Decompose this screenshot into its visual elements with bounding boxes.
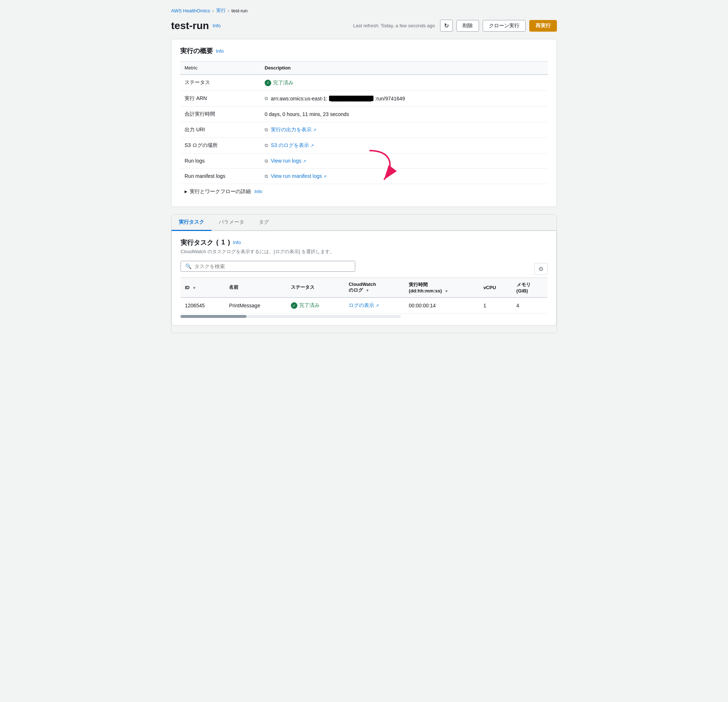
cell-name: PrintMessage [225,297,286,314]
cell-vcpu: 1 [479,297,512,314]
overview-panel: 実行の概要 Info Metric Description ステータス ✓ 完了… [171,39,557,207]
tabs-wrapper: 実行タスク パラメータ タグ 実行タスク (1) Info CloudWatch… [171,214,557,333]
tabs-section: 実行タスク パラメータ タグ 実行タスク (1) Info CloudWatch… [171,214,557,333]
tab-tasks[interactable]: 実行タスク [172,215,211,231]
cell-log-link: ログの表示 ↗ [344,297,404,314]
label-run-logs: Run logs [180,153,260,169]
page-title-area: test-run Info [171,20,221,32]
value-arn: ⧉ arn:aws:omics:us-east-1: ████████████ … [260,91,548,106]
delete-button[interactable]: 削除 [456,20,479,32]
overview-table: Metric Description ステータス ✓ 完了済み [180,61,548,184]
clone-button[interactable]: クローン実行 [482,20,526,32]
tab-params[interactable]: パラメータ [211,215,251,231]
sort-cw-icon[interactable]: ▼ [366,288,370,293]
row-s3-logs: S3 ログの場所 ⧉ S3 のログを表示 ↗ [180,137,548,153]
expand-section: ▶ 実行とワークフローの詳細 Info [180,184,548,199]
col-description: Description [260,62,548,75]
tasks-table: ID ▼ 名前 ステータス CloudWatchのログ ▼ [181,278,547,314]
horizontal-scrollbar[interactable] [181,315,401,318]
row-output-uri: 出力 URI ⧉ 実行の出力を表示 ↗ [180,122,548,137]
manifest-logs-link[interactable]: View run manifest logs [271,173,322,179]
col-vcpu: vCPU [479,278,512,297]
value-run-logs: ⧉ View run logs ↗ [260,153,548,169]
copy-arn-icon[interactable]: ⧉ [264,96,268,101]
status-check-icon: ✓ [264,80,271,86]
settings-button[interactable]: ⚙ [534,263,547,275]
label-output-uri: 出力 URI [180,122,260,137]
page-title-info-badge[interactable]: Info [212,23,221,28]
row-arn: 実行 ARN ⧉ arn:aws:omics:us-east-1: ██████… [180,91,548,106]
rerun-button[interactable]: 再実行 [529,20,557,32]
tasks-title: 実行タスク (1) Info [181,238,547,247]
col-runtime: 実行時間(dd:hh:mm:ss) ▼ [404,278,479,297]
tasks-info-badge[interactable]: Info [233,240,241,245]
value-status: ✓ 完了済み [260,75,548,91]
label-s3-logs: S3 ログの場所 [180,137,260,153]
log-external-icon: ↗ [376,303,379,308]
tabs-header: 実行タスク パラメータ タグ [172,215,556,231]
breadcrumb-sep1: › [212,8,214,13]
breadcrumb-level1-link[interactable]: 実行 [216,7,226,14]
last-refresh-text: Last refresh: Today, a few seconds ago [353,23,435,28]
row-manifest-logs: Run manifest logs ⧉ View run manifest lo… [180,169,548,184]
manifest-external-icon: ↗ [323,174,326,179]
cell-runtime: 00:00:00:14 [404,297,479,314]
search-row: 🔍 ⚙ [181,261,547,278]
breadcrumb: AWS HealthOmics › 実行 › test-run [171,7,557,14]
tasks-count-num: 1 [221,239,225,246]
header-actions: Last refresh: Today, a few seconds ago ↻… [353,20,557,32]
tasks-count: ( [216,239,218,246]
search-icon: 🔍 [185,263,191,269]
cell-status: ✓ 完了済み [286,297,344,314]
sort-id-icon[interactable]: ▼ [192,286,196,290]
value-s3-logs: ⧉ S3 のログを表示 ↗ [260,137,548,153]
table-row: 1206545 PrintMessage ✓ 完了済み ログの表示 ↗ [181,297,547,314]
arn-redacted: ████████████ [329,96,374,101]
expand-triangle-icon: ▶ [185,189,188,193]
value-runtime: 0 days, 0 hours, 11 mins, 23 seconds [260,106,548,122]
value-output-uri: ⧉ 実行の出力を表示 ↗ [260,122,548,137]
page-title: test-run [171,20,209,32]
run-logs-link[interactable]: View run logs [271,158,301,164]
tab-tags[interactable]: タグ [251,215,276,231]
tasks-subtitle: CloudWatch のタスクログを表示するには、[ログの表示] を選択します。 [181,248,547,255]
s3-logs-link[interactable]: S3 のログを表示 [271,142,309,149]
search-input[interactable] [194,263,351,269]
copy-runlogs-icon[interactable]: ⧉ [264,158,268,164]
copy-manifest-icon[interactable]: ⧉ [264,173,268,179]
breadcrumb-current: test-run [231,8,247,13]
col-status: ステータス [286,278,344,297]
output-uri-link[interactable]: 実行の出力を表示 [271,127,312,133]
row-status: ステータス ✓ 完了済み [180,75,548,91]
search-bar: 🔍 [181,261,355,272]
log-link[interactable]: ログの表示 [349,302,374,309]
arn-container: ⧉ arn:aws:omics:us-east-1: ████████████ … [264,96,543,101]
runlogs-external-icon: ↗ [303,159,306,163]
cell-memory: 4 [512,297,547,314]
col-metric: Metric [180,62,260,75]
s3-external-icon: ↗ [311,143,314,148]
output-external-icon: ↗ [313,128,316,132]
row-status-badge: ✓ 完了済み [291,302,319,309]
row-run-logs: Run logs ⧉ View run logs ↗ [180,153,548,169]
expand-details-button[interactable]: ▶ 実行とワークフローの詳細 Info [185,189,263,195]
col-name: 名前 [225,278,286,297]
label-status: ステータス [180,75,260,91]
page-header: test-run Info Last refresh: Today, a few… [171,20,557,32]
row-runtime: 合計実行時間 0 days, 0 hours, 11 mins, 23 seco… [180,106,548,122]
breadcrumb-service-link[interactable]: AWS HealthOmics [171,8,210,13]
sort-runtime-icon[interactable]: ▼ [445,289,448,293]
refresh-button[interactable]: ↻ [440,20,453,32]
expand-info-badge[interactable]: Info [254,189,263,194]
scrollbar-thumb [181,315,246,318]
copy-output-icon[interactable]: ⧉ [264,127,268,133]
label-runtime: 合計実行時間 [180,106,260,122]
overview-title: 実行の概要 Info [180,46,548,55]
label-arn: 実行 ARN [180,91,260,106]
cell-id: 1206545 [181,297,225,314]
copy-s3-icon[interactable]: ⧉ [264,143,268,148]
label-manifest-logs: Run manifest logs [180,169,260,184]
overview-info-badge[interactable]: Info [216,48,224,54]
col-id: ID ▼ [181,278,225,297]
col-memory: メモリ(GiB) [512,278,547,297]
